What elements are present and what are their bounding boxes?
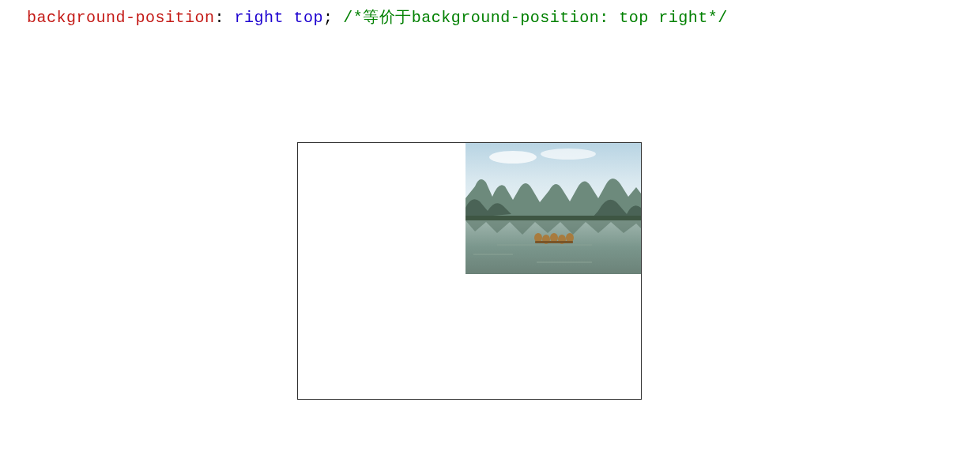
css-comment: /*等价于background-position: top right*/ [343,9,728,27]
css-property: background-position [27,9,215,27]
svg-rect-4 [466,220,641,274]
svg-rect-5 [473,254,513,255]
svg-point-2 [541,149,596,160]
positioned-image [466,143,641,274]
svg-rect-6 [537,261,592,263]
svg-rect-13 [535,241,573,243]
position-diagram-container [297,142,642,400]
css-code-line: background-position: right top; /*等价于bac… [27,6,728,28]
svg-point-1 [489,151,537,164]
css-colon: : [215,9,225,27]
css-value: right top [235,9,324,27]
css-semicolon: ; [323,9,334,27]
svg-rect-7 [497,244,592,246]
